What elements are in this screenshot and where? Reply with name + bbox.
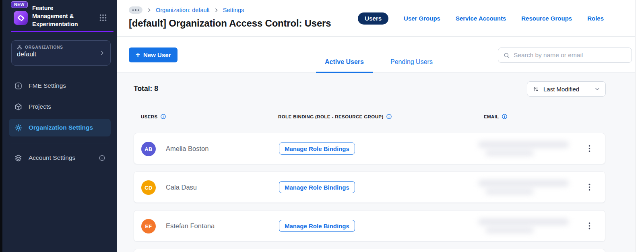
search-icon xyxy=(503,52,510,59)
table-row-partial xyxy=(134,249,605,252)
user-name: Estefan Fontana xyxy=(166,222,215,230)
chevron-right-icon xyxy=(147,8,152,13)
sidebar-item-organization-settings[interactable]: Organization Settings xyxy=(9,119,111,136)
sort-selected-value: Last Modified xyxy=(543,86,579,93)
chevron-down-icon xyxy=(594,86,600,92)
sort-dropdown[interactable]: Last Modified xyxy=(527,81,606,97)
sidebar-item-label: Organization Settings xyxy=(29,124,93,131)
new-badge: NEW xyxy=(11,1,28,8)
total-count: Total: 8 xyxy=(134,85,158,93)
cube-icon xyxy=(14,103,23,111)
sidebar-item-account-settings[interactable]: Account Settings xyxy=(9,149,111,167)
avatar: CD xyxy=(141,180,156,195)
user-name: Amelia Boston xyxy=(166,145,208,153)
plus-icon: + xyxy=(136,51,140,58)
organization-selector[interactable]: ORGANIZATIONS default xyxy=(11,40,111,66)
tab-active-users[interactable]: Active Users xyxy=(316,58,373,73)
table-row: AB Amelia Boston Manage Role Bindings xyxy=(134,133,605,164)
new-user-button[interactable]: + New User xyxy=(129,48,178,62)
tab-pending-users[interactable]: Pending Users xyxy=(382,58,442,73)
sidebar-item-label: Account Settings xyxy=(29,154,75,161)
tab-resource-groups[interactable]: Resource Groups xyxy=(521,12,572,25)
column-header-role-binding: ROLE BINDING (ROLE - RESOURCE GROUP) xyxy=(278,114,392,120)
toolbar: + New User Active Users Pending Users xyxy=(117,37,635,73)
search-input[interactable] xyxy=(514,52,627,59)
layers-icon xyxy=(14,154,23,162)
email-redacted xyxy=(474,140,575,158)
breadcrumb: Organization: default Settings xyxy=(129,6,244,14)
user-name: Cala Dasu xyxy=(166,184,197,191)
app-window: NEW Feature Management & Experimentation… xyxy=(0,0,644,252)
email-redacted xyxy=(474,217,575,235)
chevron-right-icon xyxy=(214,8,219,13)
hierarchy-icon xyxy=(17,45,22,50)
organization-name: default xyxy=(17,51,105,58)
split-logo-icon xyxy=(16,13,26,23)
sidebar-divider xyxy=(11,143,109,143)
sidebar-item-label: Projects xyxy=(29,103,51,110)
table-row: CD Cala Dasu Manage Role Bindings xyxy=(134,171,605,203)
app-logo xyxy=(14,11,28,25)
search-box xyxy=(498,48,632,63)
column-header-email: EMAIL xyxy=(484,114,508,120)
sidebar: NEW Feature Management & Experimentation… xyxy=(2,0,117,252)
main-panel: Organization: default Settings [default]… xyxy=(117,0,635,252)
users-list-section: Total: 8 Last Modified USERS ROLE BINDIN… xyxy=(117,73,635,252)
info-icon[interactable] xyxy=(99,155,105,161)
row-menu-kebab-icon[interactable] xyxy=(586,221,593,230)
sidebar-accent-rule xyxy=(11,31,114,32)
user-state-tabs: Active Users Pending Users xyxy=(316,58,442,73)
app-title: Feature Management & Experimentation xyxy=(32,4,85,28)
sort-arrows-icon xyxy=(533,86,539,93)
info-icon[interactable] xyxy=(160,114,166,120)
app-switcher-grid-icon[interactable] xyxy=(99,13,107,22)
breadcrumb-ellipsis-button[interactable] xyxy=(129,6,142,14)
window-right-gutter xyxy=(635,0,644,252)
new-user-button-label: New User xyxy=(143,52,171,58)
tab-users[interactable]: Users xyxy=(358,12,388,25)
breadcrumb-link-settings[interactable]: Settings xyxy=(223,7,244,13)
table-row: EF Estefan Fontana Manage Role Bindings xyxy=(134,210,605,242)
page-title: [default] Organization Access Control: U… xyxy=(129,18,331,29)
sidebar-item-label: FME Settings xyxy=(29,82,66,89)
access-control-nav: Users User Groups Service Accounts Resou… xyxy=(358,12,604,25)
row-menu-kebab-icon[interactable] xyxy=(586,183,593,192)
breadcrumb-link-organization[interactable]: Organization: default xyxy=(156,7,210,13)
info-icon[interactable] xyxy=(386,114,392,120)
chevron-right-icon xyxy=(99,50,105,56)
sidebar-menu: FME Settings Projects Organization Setti… xyxy=(9,77,111,170)
tab-roles[interactable]: Roles xyxy=(587,12,604,25)
row-menu-kebab-icon[interactable] xyxy=(586,144,593,153)
fme-settings-icon xyxy=(14,82,23,90)
sidebar-item-fme-settings[interactable]: FME Settings xyxy=(9,77,111,95)
manage-role-bindings-button[interactable]: Manage Role Bindings xyxy=(279,143,355,155)
manage-role-bindings-button[interactable]: Manage Role Bindings xyxy=(279,181,355,193)
email-redacted xyxy=(474,178,575,197)
tab-user-groups[interactable]: User Groups xyxy=(404,12,440,25)
info-icon[interactable] xyxy=(502,114,508,120)
avatar: AB xyxy=(141,142,156,156)
avatar: EF xyxy=(141,219,156,233)
organizations-label: ORGANIZATIONS xyxy=(25,45,63,50)
users-table: AB Amelia Boston Manage Role Bindings CD… xyxy=(134,133,605,249)
tab-service-accounts[interactable]: Service Accounts xyxy=(456,12,506,25)
column-header-users: USERS xyxy=(141,114,166,120)
page-header: Organization: default Settings [default]… xyxy=(117,0,635,37)
manage-role-bindings-button[interactable]: Manage Role Bindings xyxy=(279,220,355,232)
gear-icon xyxy=(14,124,23,132)
sidebar-item-projects[interactable]: Projects xyxy=(9,98,111,116)
